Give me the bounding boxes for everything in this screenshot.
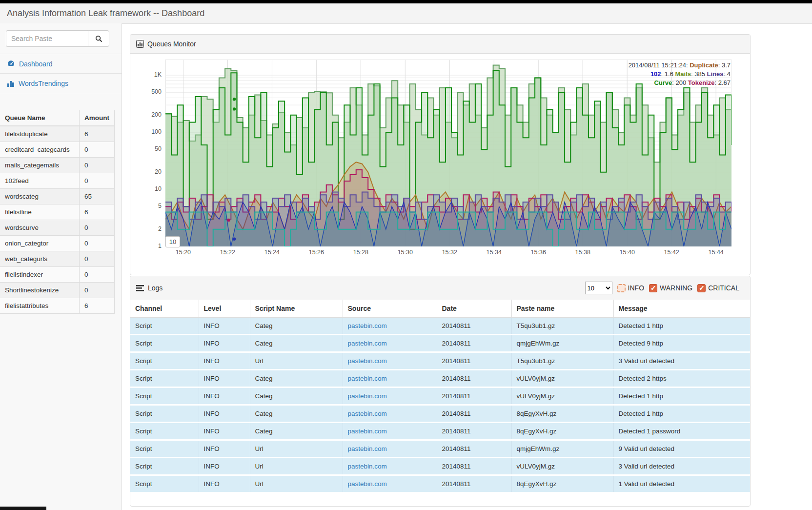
- top-black-strip: [0, 0, 812, 3]
- queue-row: wordscateg65: [0, 189, 115, 204]
- queue-cell: filelistline: [0, 204, 80, 220]
- log-cell: 9 Valid url detected: [613, 440, 750, 458]
- chart-tooltip: 10: [165, 236, 180, 247]
- log-cell: 20140811: [437, 440, 511, 458]
- sidebar-item-label: Dashboard: [19, 60, 53, 68]
- log-cell: INFO: [199, 318, 250, 335]
- y-tick-label: 500: [139, 88, 162, 95]
- warning-checkbox[interactable]: [649, 284, 657, 292]
- plot-area[interactable]: [165, 60, 731, 246]
- log-cell: Script: [130, 475, 199, 493]
- queue-cell: 0: [80, 251, 115, 267]
- warning-label: WARNING: [660, 284, 692, 292]
- bottom-left-bar: [0, 507, 46, 510]
- queue-cell: filelistattributes: [0, 298, 80, 314]
- logs-table: ChannelLevelScript NameSourceDatePaste n…: [130, 300, 750, 493]
- log-cell: Categ: [250, 388, 343, 405]
- queue-cell: Shortlinestokenize: [0, 283, 80, 298]
- queue-table-header-amount: Amount: [80, 110, 115, 126]
- log-cell: Url: [250, 352, 343, 370]
- source-link[interactable]: pastebin.com: [348, 357, 387, 365]
- queue-cell: creditcard_categcards: [0, 142, 80, 158]
- queue-cell: 0: [80, 158, 115, 173]
- source-link[interactable]: pastebin.com: [348, 463, 387, 470]
- queues-monitor-body: 1K500200100502010521 15:2015:2215:2415:2…: [130, 54, 750, 276]
- source-link[interactable]: pastebin.com: [348, 480, 387, 488]
- queue-cell: 6: [80, 298, 115, 314]
- log-level-filters: INFOWARNINGCRITICAL: [617, 284, 744, 292]
- log-cell: 20140811: [437, 423, 511, 440]
- x-tick-label: 15:34: [482, 249, 506, 256]
- search-input[interactable]: [6, 30, 88, 47]
- log-row: ScriptINFOUrlpastebin.com20140811T5qu3ub…: [130, 352, 750, 370]
- log-cell: Url: [250, 475, 343, 493]
- queue-table: Queue Name Amount filelistduplicate6cred…: [0, 110, 115, 314]
- queues-chart[interactable]: 1K500200100502010521 15:2015:2215:2415:2…: [139, 60, 737, 261]
- sidebar-item-wordstrendings[interactable]: WordsTrendings: [0, 74, 122, 93]
- log-column-header: Level: [199, 300, 250, 318]
- source-link[interactable]: pastebin.com: [348, 445, 387, 452]
- log-cell: 20140811: [437, 458, 511, 475]
- source-link[interactable]: pastebin.com: [348, 322, 387, 329]
- queue-cell: 0: [80, 283, 115, 298]
- source-link[interactable]: pastebin.com: [348, 428, 387, 435]
- log-cell: T5qu3ub1.gz: [511, 352, 613, 370]
- source-link[interactable]: pastebin.com: [348, 410, 387, 417]
- queue-row: filelistline6: [0, 204, 115, 220]
- queue-row: creditcard_categcards0: [0, 142, 115, 158]
- sidebar-item-dashboard[interactable]: Dashboard: [0, 54, 122, 74]
- log-cell: INFO: [199, 423, 250, 440]
- logs-panel: Logs 10 INFOWARNINGCRITICAL ChannelLevel…: [130, 276, 751, 507]
- queue-cell: 65: [80, 189, 115, 204]
- source-link[interactable]: pastebin.com: [348, 392, 387, 400]
- x-tick-label: 15:24: [260, 249, 284, 256]
- log-cell: pastebin.com: [343, 405, 437, 423]
- critical-label: CRITICAL: [708, 284, 739, 292]
- log-cell: Script: [130, 318, 199, 335]
- log-column-header: Source: [343, 300, 437, 318]
- queue-cell: web_categurls: [0, 251, 80, 267]
- queue-row: web_categurls0: [0, 251, 115, 267]
- y-tick-label: 5: [139, 203, 162, 209]
- log-cell: Script: [130, 352, 199, 370]
- log-controls: 10 INFOWARNINGCRITICAL: [585, 282, 744, 294]
- source-link[interactable]: pastebin.com: [348, 375, 387, 382]
- log-cell: pastebin.com: [343, 318, 437, 335]
- log-cell: 20140811: [437, 388, 511, 405]
- queue-row: mails_categemails0: [0, 158, 115, 173]
- log-cell: Script: [130, 388, 199, 405]
- log-cell: Detected 1 http: [613, 405, 750, 423]
- x-tick-label: 15:38: [571, 249, 594, 256]
- log-cell: pastebin.com: [343, 352, 437, 370]
- log-cell: INFO: [199, 440, 250, 458]
- log-row: ScriptINFOUrlpastebin.com20140811qmjgEhW…: [130, 440, 750, 458]
- x-tick-label: 15:44: [704, 249, 728, 256]
- queue-cell: 6: [80, 204, 115, 220]
- queue-cell: mails_categemails: [0, 158, 80, 173]
- log-cell: pastebin.com: [343, 370, 437, 388]
- chart-icon: [136, 40, 144, 48]
- search-button[interactable]: [88, 30, 109, 47]
- y-tick-label: 50: [139, 145, 162, 152]
- y-tick-label: 2: [139, 225, 162, 232]
- log-row: ScriptINFOUrlpastebin.com201408118qEgyXv…: [130, 475, 750, 493]
- y-tick-label: 100: [139, 128, 162, 135]
- log-cell: Categ: [250, 405, 343, 423]
- log-cell: 1 Valid url detected: [613, 475, 750, 493]
- sidebar-nav: Dashboard WordsTrendings: [0, 54, 122, 93]
- log-cell: 8qEgyXvH.gz: [511, 423, 613, 440]
- page-title: Analysis Information Leak framework -- D…: [0, 3, 812, 23]
- critical-checkbox[interactable]: [697, 284, 706, 292]
- x-tick-label: 15:36: [527, 249, 550, 256]
- info-checkbox[interactable]: [617, 284, 626, 292]
- log-column-header: Date: [437, 300, 511, 318]
- queue-row: wordscurve0: [0, 220, 115, 236]
- source-link[interactable]: pastebin.com: [348, 340, 387, 347]
- log-cell: 20140811: [437, 318, 511, 335]
- x-tick-label: 15:28: [349, 249, 372, 256]
- log-row: ScriptINFOCategpastebin.com201408118qEgy…: [130, 423, 750, 440]
- dashboard-icon: [7, 60, 15, 68]
- page-size-select[interactable]: 10: [585, 282, 612, 294]
- queue-cell: wordscateg: [0, 189, 80, 204]
- log-cell: Script: [130, 440, 199, 458]
